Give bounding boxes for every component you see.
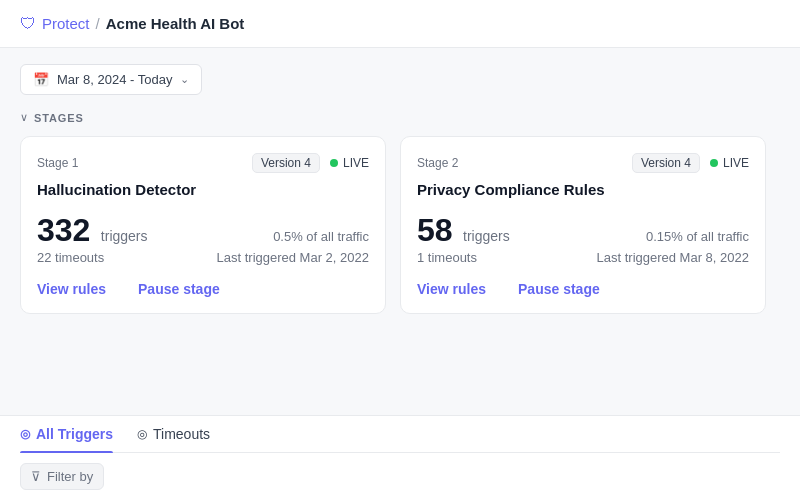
stage-2-view-rules-button[interactable]: View rules bbox=[417, 281, 486, 297]
stage-1-meta: 22 timeouts Last triggered Mar 2, 2022 bbox=[37, 250, 369, 265]
stage-1-name: Hallucination Detector bbox=[37, 181, 369, 198]
stage-2-status: LIVE bbox=[710, 156, 749, 170]
stage-1-stats: 332 triggers 0.5% of all traffic bbox=[37, 214, 369, 246]
stage-1-trigger-label: triggers bbox=[101, 228, 148, 244]
breadcrumb-separator: / bbox=[96, 15, 100, 32]
stage-2-actions: View rules Pause stage bbox=[417, 281, 749, 297]
stage-2-triggers-block: 58 triggers bbox=[417, 214, 510, 246]
date-range-label: Mar 8, 2024 - Today bbox=[57, 72, 172, 87]
stage-1-version: Version 4 bbox=[252, 153, 320, 173]
stage-2-stats: 58 triggers 0.15% of all traffic bbox=[417, 214, 749, 246]
stage-2-meta: 1 timeouts Last triggered Mar 8, 2022 bbox=[417, 250, 749, 265]
stage-1-status-label: LIVE bbox=[343, 156, 369, 170]
date-range-button[interactable]: 📅 Mar 8, 2024 - Today ⌄ bbox=[20, 64, 202, 95]
chevron-down-icon: ⌄ bbox=[180, 73, 189, 86]
main-content: 📅 Mar 8, 2024 - Today ⌄ ∨ STAGES Stage 1… bbox=[0, 48, 800, 346]
card-2-header: Stage 2 Version 4 LIVE bbox=[417, 153, 749, 173]
stage-1-actions: View rules Pause stage bbox=[37, 281, 369, 297]
stage-1-view-rules-button[interactable]: View rules bbox=[37, 281, 106, 297]
stages-section: ∨ STAGES Stage 1 Version 4 LIVE Halluc bbox=[20, 111, 780, 314]
card-1-header-right: Version 4 LIVE bbox=[252, 153, 369, 173]
stage-1-timeouts: 22 timeouts bbox=[37, 250, 104, 265]
chevron-down-icon: ∨ bbox=[20, 111, 28, 124]
stage-1-pause-stage-button[interactable]: Pause stage bbox=[138, 281, 220, 297]
stage-1-last-triggered: Last triggered Mar 2, 2022 bbox=[217, 250, 369, 265]
stage-2-name: Privacy Compliance Rules bbox=[417, 181, 749, 198]
stage-2-trigger-count: 58 bbox=[417, 212, 453, 248]
card-2-header-right: Version 4 LIVE bbox=[632, 153, 749, 173]
stages-toggle[interactable]: ∨ STAGES bbox=[20, 111, 780, 124]
tabs-section: ◎ All Triggers ◎ Timeouts ⊽ Filter by bbox=[0, 415, 800, 500]
live-dot-icon bbox=[710, 159, 718, 167]
stage-2-pause-stage-button[interactable]: Pause stage bbox=[518, 281, 600, 297]
all-triggers-icon: ◎ bbox=[20, 427, 30, 441]
stage-2-status-label: LIVE bbox=[723, 156, 749, 170]
stage-2-last-triggered: Last triggered Mar 8, 2022 bbox=[597, 250, 749, 265]
tab-timeouts[interactable]: ◎ Timeouts bbox=[137, 426, 210, 452]
stage-1-traffic-pct: 0.5% of all traffic bbox=[273, 229, 369, 244]
tabs-bar: ◎ All Triggers ◎ Timeouts bbox=[20, 416, 780, 453]
breadcrumb-current: Acme Health AI Bot bbox=[106, 15, 245, 32]
stage-1-trigger-count: 332 bbox=[37, 212, 90, 248]
breadcrumb-protect[interactable]: Protect bbox=[42, 15, 90, 32]
stage-2-timeouts: 1 timeouts bbox=[417, 250, 477, 265]
live-dot-icon bbox=[330, 159, 338, 167]
header: 🛡 Protect / Acme Health AI Bot bbox=[0, 0, 800, 48]
card-1-header: Stage 1 Version 4 LIVE bbox=[37, 153, 369, 173]
filter-bar: ⊽ Filter by bbox=[20, 453, 780, 500]
filter-by-button[interactable]: ⊽ Filter by bbox=[20, 463, 104, 490]
calendar-icon: 📅 bbox=[33, 72, 49, 87]
timeouts-icon: ◎ bbox=[137, 427, 147, 441]
stage-2-trigger-label: triggers bbox=[463, 228, 510, 244]
shield-icon: 🛡 bbox=[20, 15, 36, 33]
stage-2-version: Version 4 bbox=[632, 153, 700, 173]
filter-label: Filter by bbox=[47, 469, 93, 484]
tab-all-triggers[interactable]: ◎ All Triggers bbox=[20, 426, 113, 452]
stage-1-triggers-block: 332 triggers bbox=[37, 214, 148, 246]
tab-timeouts-label: Timeouts bbox=[153, 426, 210, 442]
stage-card-1: Stage 1 Version 4 LIVE Hallucination Det… bbox=[20, 136, 386, 314]
stages-label: STAGES bbox=[34, 112, 84, 124]
tab-all-triggers-label: All Triggers bbox=[36, 426, 113, 442]
cards-container: Stage 1 Version 4 LIVE Hallucination Det… bbox=[20, 136, 780, 314]
stage-card-2: Stage 2 Version 4 LIVE Privacy Complianc… bbox=[400, 136, 766, 314]
stage-1-label: Stage 1 bbox=[37, 156, 78, 170]
stage-2-label: Stage 2 bbox=[417, 156, 458, 170]
date-range-bar: 📅 Mar 8, 2024 - Today ⌄ bbox=[20, 64, 780, 95]
filter-icon: ⊽ bbox=[31, 469, 41, 484]
stage-2-traffic-pct: 0.15% of all traffic bbox=[646, 229, 749, 244]
stage-1-status: LIVE bbox=[330, 156, 369, 170]
